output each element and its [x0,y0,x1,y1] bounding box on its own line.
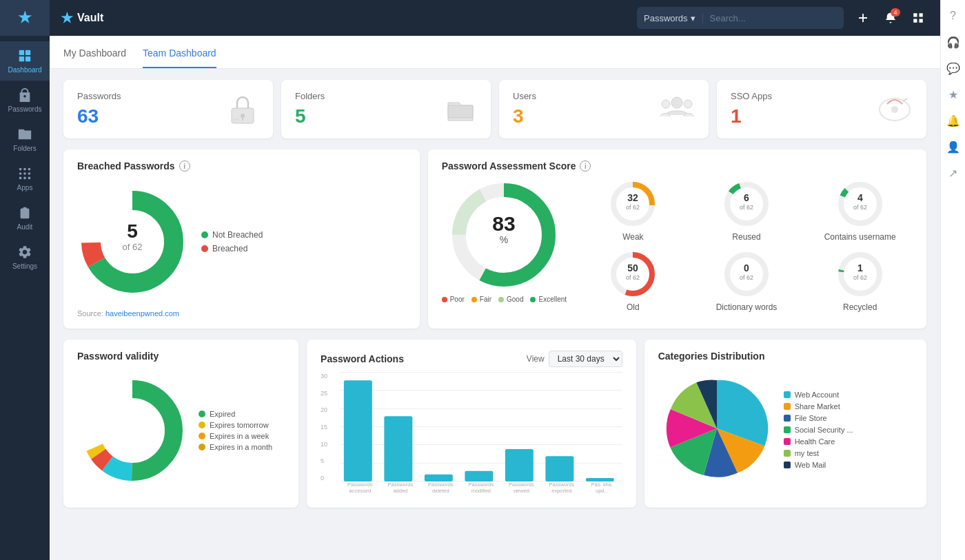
star-icon[interactable]: ★ [943,84,964,105]
not-breached-dot [201,231,208,238]
breached-legend: Not Breached Breached [201,230,263,253]
headphones-icon[interactable]: 🎧 [943,32,964,52]
assessment-content: 83 % Poor Fair [442,180,913,312]
svg-text:1: 1 [857,262,863,273]
sidebar-item-apps[interactable]: Apps [0,159,50,198]
stat-value-sso: 1 [731,105,772,127]
svg-point-22 [671,97,682,108]
svg-rect-67 [465,471,493,481]
stats-row: Passwords 63 *** Folders 5 [63,80,926,138]
x-label-4: Passwords viewed [506,481,537,494]
validity-legend: Expired Expires tomorrow Expires in a we… [199,410,272,451]
cat-share-market: Share Market [784,402,853,411]
sso-stat-icon [877,94,913,125]
person-icon[interactable]: 👤 [943,136,964,157]
dashboard-icon [17,48,32,63]
tab-my-dashboard[interactable]: My Dashboard [63,48,126,68]
search-bar: Passwords ▾ [637,7,844,29]
help-icon[interactable]: ? [943,6,964,26]
cat-health-care: Health Care [784,437,853,446]
assessment-card: Password Assessment Score i [428,149,926,329]
x-label-3: Passwords modified [465,481,496,494]
stat-label-passwords: Passwords [77,91,121,101]
sidebar-item-passwords[interactable]: Passwords [0,81,50,120]
assessment-info-icon[interactable]: i [580,160,591,172]
cat-file-store: File Store [784,414,853,422]
sidebar-item-settings[interactable]: Settings [0,238,50,277]
y-label-10: 10 [321,441,327,448]
chevron-down-icon: ▾ [691,13,695,23]
cat-social-security: Social Security ... [784,426,853,434]
audit-icon [17,205,32,220]
add-button[interactable] [852,7,874,29]
svg-point-26 [891,106,898,113]
legend-not-breached: Not Breached [201,230,263,240]
legend-good: Good [498,295,523,303]
breached-card: Breached Passwords i 5 of 62 [63,149,420,329]
x-axis: Passwords accessed Passwords added Passw… [340,481,622,497]
svg-point-23 [662,100,670,108]
grid-view-button[interactable] [907,7,929,29]
poor-dot [442,297,447,302]
tab-team-dashboard[interactable]: Team Dashboard [143,48,216,68]
y-label-25: 25 [321,390,327,397]
chart-wrapper: 0 5 10 15 20 25 30 [321,373,622,497]
source-link[interactable]: haveibeenpwned.com [105,309,179,318]
search-input[interactable] [703,13,827,23]
pie-chart-container [658,370,775,490]
cat-web-mail: Web Mail [784,461,853,469]
svg-text:of 62: of 62 [853,204,867,211]
cat-my-test-dot [784,450,791,457]
x-label-2: Passwords deleted [425,481,456,494]
svg-text:4: 4 [857,192,863,203]
expires-month-dot [199,444,205,450]
sidebar-item-dashboard[interactable]: Dashboard [0,41,50,81]
sidebar-item-folders[interactable]: Folders [0,120,50,159]
pie-chart [658,370,775,487]
legend-expires-month: Expires in a month [199,443,272,451]
notifications-button[interactable]: 4 [880,7,902,29]
y-label-0: 0 [321,475,327,481]
svg-point-8 [23,172,26,175]
dashboard-body: Passwords 63 *** Folders 5 [50,69,940,519]
svg-text:of 62: of 62 [740,274,753,281]
svg-point-4 [19,168,22,171]
categories-title: Categories Distribution [658,351,913,362]
bell-icon[interactable]: 🔔 [943,110,964,131]
metric-grid: 32 of 62 Weak 6 [580,180,913,312]
svg-rect-21 [448,105,473,118]
content-area: My Dashboard Team Dashboard Passwords 63 [50,36,940,560]
sidebar-label-settings: Settings [12,262,37,270]
validity-card: Password validity [63,340,298,508]
svg-rect-13 [913,13,917,17]
excellent-dot [530,297,536,302]
share-icon[interactable]: ↗ [943,163,964,183]
legend-expires-tomorrow: Expires tomorrow [199,421,272,429]
sidebar-item-audit[interactable]: Audit [0,198,50,238]
bars-svg [340,373,622,481]
cat-file-store-dot [784,415,791,422]
breached-info-icon[interactable]: i [179,160,190,172]
source-text: Source: haveibeenpwned.com [77,309,406,318]
metric-reused: 6 of 62 Reused [694,180,800,242]
search-type-selector[interactable]: Passwords ▾ [637,13,703,23]
metric-recycled-label: Recycled [843,302,877,312]
good-dot [498,297,504,302]
y-label-20: 20 [321,406,327,413]
dashboard-tabs: My Dashboard Team Dashboard [50,36,940,69]
stat-value-folders: 5 [295,105,325,127]
sidebar-label-audit: Audit [17,223,33,231]
svg-text:of 62: of 62 [740,204,753,211]
metric-old: 50 of 62 Old [580,250,686,312]
app-logo: ★ Vault [61,10,103,26]
svg-point-12 [28,177,31,180]
cat-web-account-dot [784,391,791,398]
stat-value-users: 3 [513,105,536,127]
svg-text:83: 83 [493,212,516,235]
sidebar-nav: Dashboard Passwords Folders Apps Audit S… [0,36,50,560]
chat-icon[interactable]: 💬 [943,58,964,79]
cat-my-test: my test [784,449,853,457]
svg-text:6: 6 [744,192,749,203]
view-select[interactable]: Last 30 days [549,351,622,367]
breached-dot [201,245,208,252]
